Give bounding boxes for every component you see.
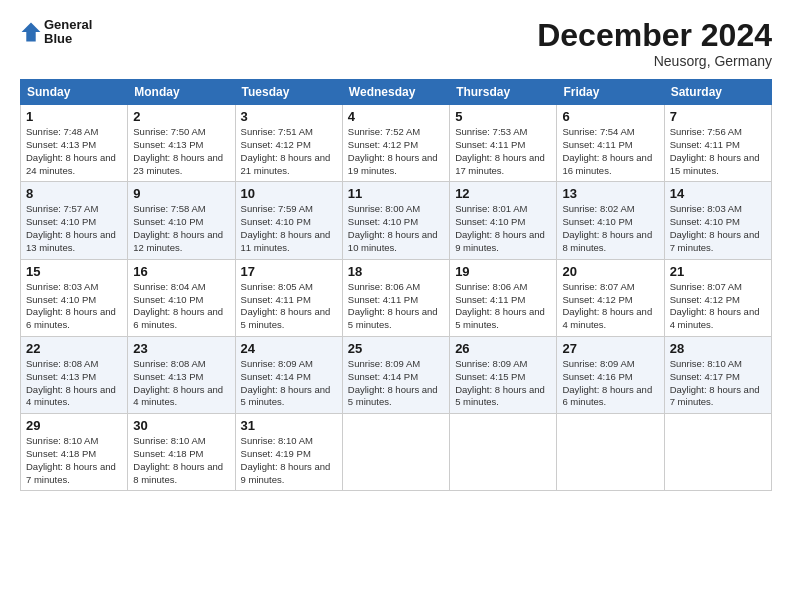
calendar-cell: 13Sunrise: 8:02 AMSunset: 4:10 PMDayligh… (557, 182, 664, 259)
day-detail: Sunrise: 7:56 AMSunset: 4:11 PMDaylight:… (670, 126, 760, 175)
page-container: General Blue December 2024 Neusorg, Germ… (0, 0, 792, 501)
calendar-cell: 12Sunrise: 8:01 AMSunset: 4:10 PMDayligh… (450, 182, 557, 259)
day-number: 10 (241, 186, 337, 201)
calendar-cell: 20Sunrise: 8:07 AMSunset: 4:12 PMDayligh… (557, 259, 664, 336)
calendar-cell: 9Sunrise: 7:58 AMSunset: 4:10 PMDaylight… (128, 182, 235, 259)
logo-icon (20, 21, 42, 43)
calendar-cell: 8Sunrise: 7:57 AMSunset: 4:10 PMDaylight… (21, 182, 128, 259)
calendar-cell: 30Sunrise: 8:10 AMSunset: 4:18 PMDayligh… (128, 414, 235, 491)
calendar-cell: 29Sunrise: 8:10 AMSunset: 4:18 PMDayligh… (21, 414, 128, 491)
day-number: 18 (348, 264, 444, 279)
calendar-cell: 7Sunrise: 7:56 AMSunset: 4:11 PMDaylight… (664, 105, 771, 182)
calendar-cell: 16Sunrise: 8:04 AMSunset: 4:10 PMDayligh… (128, 259, 235, 336)
col-header-tuesday: Tuesday (235, 80, 342, 105)
calendar-cell: 22Sunrise: 8:08 AMSunset: 4:13 PMDayligh… (21, 336, 128, 413)
day-number: 9 (133, 186, 229, 201)
day-detail: Sunrise: 8:10 AMSunset: 4:17 PMDaylight:… (670, 358, 760, 407)
day-detail: Sunrise: 7:53 AMSunset: 4:11 PMDaylight:… (455, 126, 545, 175)
day-number: 27 (562, 341, 658, 356)
day-detail: Sunrise: 7:59 AMSunset: 4:10 PMDaylight:… (241, 203, 331, 252)
location-subtitle: Neusorg, Germany (537, 53, 772, 69)
day-detail: Sunrise: 7:54 AMSunset: 4:11 PMDaylight:… (562, 126, 652, 175)
day-detail: Sunrise: 8:09 AMSunset: 4:14 PMDaylight:… (241, 358, 331, 407)
calendar-cell: 14Sunrise: 8:03 AMSunset: 4:10 PMDayligh… (664, 182, 771, 259)
day-number: 22 (26, 341, 122, 356)
day-number: 8 (26, 186, 122, 201)
calendar-cell: 23Sunrise: 8:08 AMSunset: 4:13 PMDayligh… (128, 336, 235, 413)
logo: General Blue (20, 18, 92, 47)
day-number: 12 (455, 186, 551, 201)
calendar-cell: 2Sunrise: 7:50 AMSunset: 4:13 PMDaylight… (128, 105, 235, 182)
day-detail: Sunrise: 7:51 AMSunset: 4:12 PMDaylight:… (241, 126, 331, 175)
day-number: 26 (455, 341, 551, 356)
logo-line2: Blue (44, 32, 92, 46)
day-detail: Sunrise: 8:06 AMSunset: 4:11 PMDaylight:… (348, 281, 438, 330)
day-number: 11 (348, 186, 444, 201)
calendar-cell: 18Sunrise: 8:06 AMSunset: 4:11 PMDayligh… (342, 259, 449, 336)
calendar-cell: 31Sunrise: 8:10 AMSunset: 4:19 PMDayligh… (235, 414, 342, 491)
day-number: 6 (562, 109, 658, 124)
day-detail: Sunrise: 7:57 AMSunset: 4:10 PMDaylight:… (26, 203, 116, 252)
day-number: 3 (241, 109, 337, 124)
day-number: 29 (26, 418, 122, 433)
col-header-saturday: Saturday (664, 80, 771, 105)
header: General Blue December 2024 Neusorg, Germ… (20, 18, 772, 69)
day-detail: Sunrise: 7:48 AMSunset: 4:13 PMDaylight:… (26, 126, 116, 175)
day-number: 25 (348, 341, 444, 356)
day-number: 15 (26, 264, 122, 279)
day-number: 30 (133, 418, 229, 433)
day-number: 2 (133, 109, 229, 124)
calendar-cell: 27Sunrise: 8:09 AMSunset: 4:16 PMDayligh… (557, 336, 664, 413)
day-detail: Sunrise: 8:09 AMSunset: 4:15 PMDaylight:… (455, 358, 545, 407)
day-detail: Sunrise: 8:09 AMSunset: 4:14 PMDaylight:… (348, 358, 438, 407)
calendar-cell: 24Sunrise: 8:09 AMSunset: 4:14 PMDayligh… (235, 336, 342, 413)
calendar-cell (557, 414, 664, 491)
day-detail: Sunrise: 8:00 AMSunset: 4:10 PMDaylight:… (348, 203, 438, 252)
col-header-friday: Friday (557, 80, 664, 105)
svg-marker-0 (22, 23, 41, 42)
logo-text: General Blue (44, 18, 92, 47)
day-number: 16 (133, 264, 229, 279)
day-number: 7 (670, 109, 766, 124)
calendar-cell (342, 414, 449, 491)
day-detail: Sunrise: 7:58 AMSunset: 4:10 PMDaylight:… (133, 203, 223, 252)
day-number: 31 (241, 418, 337, 433)
day-detail: Sunrise: 7:52 AMSunset: 4:12 PMDaylight:… (348, 126, 438, 175)
calendar-cell: 15Sunrise: 8:03 AMSunset: 4:10 PMDayligh… (21, 259, 128, 336)
day-detail: Sunrise: 8:07 AMSunset: 4:12 PMDaylight:… (670, 281, 760, 330)
day-number: 17 (241, 264, 337, 279)
logo-line1: General (44, 18, 92, 32)
day-detail: Sunrise: 8:10 AMSunset: 4:18 PMDaylight:… (26, 435, 116, 484)
calendar-cell: 4Sunrise: 7:52 AMSunset: 4:12 PMDaylight… (342, 105, 449, 182)
day-number: 13 (562, 186, 658, 201)
calendar-cell: 17Sunrise: 8:05 AMSunset: 4:11 PMDayligh… (235, 259, 342, 336)
calendar-cell: 26Sunrise: 8:09 AMSunset: 4:15 PMDayligh… (450, 336, 557, 413)
col-header-thursday: Thursday (450, 80, 557, 105)
day-number: 21 (670, 264, 766, 279)
day-detail: Sunrise: 8:08 AMSunset: 4:13 PMDaylight:… (133, 358, 223, 407)
calendar-cell (450, 414, 557, 491)
day-number: 4 (348, 109, 444, 124)
calendar-cell: 1Sunrise: 7:48 AMSunset: 4:13 PMDaylight… (21, 105, 128, 182)
calendar-cell (664, 414, 771, 491)
calendar-cell: 3Sunrise: 7:51 AMSunset: 4:12 PMDaylight… (235, 105, 342, 182)
day-detail: Sunrise: 7:50 AMSunset: 4:13 PMDaylight:… (133, 126, 223, 175)
col-header-sunday: Sunday (21, 80, 128, 105)
day-detail: Sunrise: 8:04 AMSunset: 4:10 PMDaylight:… (133, 281, 223, 330)
day-detail: Sunrise: 8:10 AMSunset: 4:18 PMDaylight:… (133, 435, 223, 484)
day-detail: Sunrise: 8:06 AMSunset: 4:11 PMDaylight:… (455, 281, 545, 330)
day-number: 19 (455, 264, 551, 279)
day-number: 5 (455, 109, 551, 124)
day-detail: Sunrise: 8:03 AMSunset: 4:10 PMDaylight:… (26, 281, 116, 330)
calendar-cell: 6Sunrise: 7:54 AMSunset: 4:11 PMDaylight… (557, 105, 664, 182)
day-detail: Sunrise: 8:10 AMSunset: 4:19 PMDaylight:… (241, 435, 331, 484)
day-detail: Sunrise: 8:08 AMSunset: 4:13 PMDaylight:… (26, 358, 116, 407)
calendar-cell: 19Sunrise: 8:06 AMSunset: 4:11 PMDayligh… (450, 259, 557, 336)
day-number: 23 (133, 341, 229, 356)
day-number: 1 (26, 109, 122, 124)
day-detail: Sunrise: 8:09 AMSunset: 4:16 PMDaylight:… (562, 358, 652, 407)
calendar-cell: 5Sunrise: 7:53 AMSunset: 4:11 PMDaylight… (450, 105, 557, 182)
col-header-monday: Monday (128, 80, 235, 105)
calendar-cell: 21Sunrise: 8:07 AMSunset: 4:12 PMDayligh… (664, 259, 771, 336)
day-detail: Sunrise: 8:01 AMSunset: 4:10 PMDaylight:… (455, 203, 545, 252)
